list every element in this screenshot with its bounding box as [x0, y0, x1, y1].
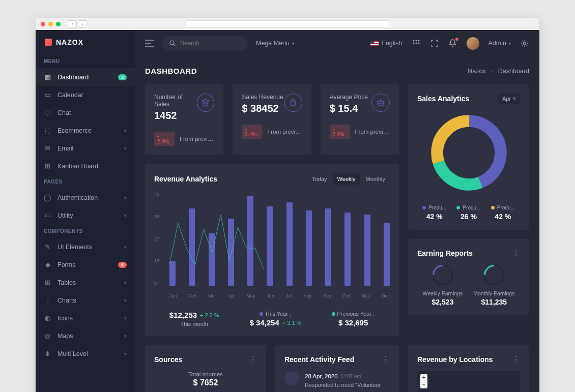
- zoom-in-button[interactable]: +: [420, 374, 427, 381]
- fullscreen-icon[interactable]: [430, 39, 439, 48]
- flag-icon: [370, 41, 379, 46]
- activity-card: Recent Activity Feed ⋮ 28 Apr, 2020 12:0…: [275, 345, 399, 392]
- svg-point-5: [415, 43, 417, 44]
- sidebar-item-maps[interactable]: ◎ Maps ▾: [36, 327, 135, 345]
- sidebar-item-auth[interactable]: ◯ Authentication ▾: [36, 189, 135, 206]
- chevron-down-icon: ▾: [124, 334, 127, 339]
- search-icon: [169, 40, 176, 47]
- chevron-down-icon: ▾: [509, 41, 511, 46]
- calendar-icon: ▭: [44, 91, 51, 99]
- sidebar-item-utility[interactable]: ▭ Utility ▾: [36, 206, 135, 224]
- tab-monthly[interactable]: Monthly: [361, 173, 390, 185]
- breadcrumb: Nazox › Dashboard: [468, 68, 529, 75]
- app-name: NAZOX: [56, 38, 83, 46]
- sidebar-item-forms[interactable]: ◆ Forms 6: [36, 256, 135, 274]
- share-icon: ⋔: [44, 350, 51, 357]
- chevron-down-icon: ▾: [124, 351, 127, 356]
- sidebar-item-calendar[interactable]: ▭ Calendar: [36, 86, 135, 104]
- chevron-down-icon: ▾: [124, 128, 127, 133]
- sidebar-item-ui[interactable]: ✎ UI Elements ▾: [36, 238, 135, 256]
- layers-icon: [197, 94, 214, 112]
- apps-icon[interactable]: [412, 39, 421, 48]
- bell-icon[interactable]: [448, 39, 457, 48]
- url-bar[interactable]: [186, 20, 389, 27]
- brush-icon: ◐: [44, 314, 51, 322]
- chevron-down-icon: ▾: [124, 146, 127, 151]
- chevron-down-icon: ▾: [124, 280, 127, 285]
- sidebar: NAZOX MENU ▦ Dashboard 3 ▭ Calendar ◌ Ch…: [36, 30, 135, 392]
- dot-icon: [332, 312, 335, 316]
- search-input[interactable]: [180, 40, 241, 47]
- forward-button[interactable]: ›: [78, 20, 87, 27]
- more-icon[interactable]: ⋮: [249, 354, 257, 364]
- sidebar-item-email[interactable]: ✉ Email ▾: [36, 139, 135, 157]
- admin-dropdown[interactable]: Admin ▾: [488, 40, 511, 47]
- sort-icon: ⇅: [513, 97, 516, 101]
- month-selector[interactable]: Apr ⇅: [498, 94, 520, 104]
- file-icon: ▭: [44, 212, 51, 219]
- activity-avatar: [284, 371, 299, 385]
- sidebar-item-multi[interactable]: ⋔ Multi Level ▾: [36, 345, 135, 363]
- dot-icon: [456, 206, 460, 209]
- svg-point-7: [524, 42, 526, 45]
- stat-sales: Number of Sales 1452 - 2.4% From: [145, 84, 223, 155]
- gear-icon[interactable]: [520, 39, 529, 48]
- more-icon[interactable]: ⋮: [382, 354, 390, 364]
- chevron-down-icon: ▾: [124, 316, 127, 321]
- pencil-icon: ✎: [44, 243, 51, 251]
- dot-icon: [260, 312, 263, 316]
- sales-analytics-card: Sales Analytics Apr ⇅: [408, 84, 529, 230]
- chevron-down-icon: ▾: [124, 245, 127, 250]
- sidebar-item-icons[interactable]: ◐ Icons ▾: [36, 309, 135, 327]
- chevron-down-icon: ▾: [124, 298, 127, 303]
- back-button[interactable]: ‹: [68, 20, 77, 27]
- page-title: DASHBOARD: [145, 67, 197, 75]
- svg-point-6: [418, 43, 419, 44]
- dashboard-badge: 3: [118, 74, 127, 80]
- tab-weekly[interactable]: Weekly: [333, 173, 360, 185]
- forms-badge: 6: [118, 262, 127, 268]
- sidebar-item-charts[interactable]: ⫾ Charts ▾: [36, 291, 135, 309]
- weekly-progress: [433, 265, 453, 285]
- browser-chrome-bar: ‹ ›: [36, 18, 539, 30]
- svg-point-4: [413, 43, 414, 44]
- map[interactable]: + −: [417, 371, 520, 392]
- stat-revenue: Sales Revenue $ 38452 - 2.4% Fro: [233, 84, 311, 155]
- monthly-progress: [484, 265, 504, 285]
- sidebar-item-dashboard[interactable]: ▦ Dashboard 3: [36, 68, 135, 86]
- close-dot[interactable]: [41, 22, 45, 26]
- mega-menu-button[interactable]: Mega Menu ▾: [256, 40, 294, 47]
- chevron-down-icon: ▾: [124, 213, 127, 218]
- chevron-down-icon: ▾: [292, 41, 294, 46]
- briefcase-icon: [371, 94, 390, 112]
- logo-icon: [45, 39, 52, 46]
- search-box[interactable]: [162, 36, 248, 50]
- language-selector[interactable]: English: [370, 40, 402, 47]
- sources-card: Sources ⋮ Total sources $ 7652: [145, 345, 266, 392]
- dot-icon: [422, 206, 426, 209]
- avatar[interactable]: [467, 37, 479, 50]
- more-icon[interactable]: ⋮: [512, 248, 520, 258]
- max-dot[interactable]: [56, 22, 61, 26]
- chevron-right-icon: ›: [491, 68, 493, 75]
- sidebar-item-kanban[interactable]: ⊞ Kanban Board: [36, 157, 135, 175]
- sidebar-item-chat[interactable]: ◌ Chat: [36, 104, 135, 122]
- tab-today[interactable]: Today: [307, 173, 331, 185]
- more-icon[interactable]: ⋮: [512, 354, 520, 364]
- svg-point-1: [413, 40, 414, 42]
- section-pages: PAGES: [36, 175, 135, 189]
- earning-reports-card: Earning Reports ⋮ Weekly Earnings $2,523: [408, 239, 529, 315]
- svg-point-3: [418, 40, 419, 42]
- min-dot[interactable]: [48, 22, 53, 26]
- revenue-chart: 453627189 JanFebMarAprMayJunJulAugSepOct…: [154, 192, 390, 298]
- menu-toggle-icon[interactable]: [145, 40, 154, 47]
- user-icon: ◯: [44, 194, 51, 201]
- pin-icon: ◎: [44, 332, 51, 340]
- chat-icon: ◌: [44, 109, 51, 116]
- sidebar-item-ecommerce[interactable]: ⬚ Ecommerce ▾: [36, 122, 135, 139]
- sidebar-item-tables[interactable]: ⊞ Tables ▾: [36, 274, 135, 291]
- chart-icon: ⫾: [44, 296, 51, 304]
- zoom-out-button[interactable]: −: [420, 381, 427, 388]
- section-components: COMPONENTS: [36, 224, 135, 238]
- notification-dot: [455, 38, 458, 41]
